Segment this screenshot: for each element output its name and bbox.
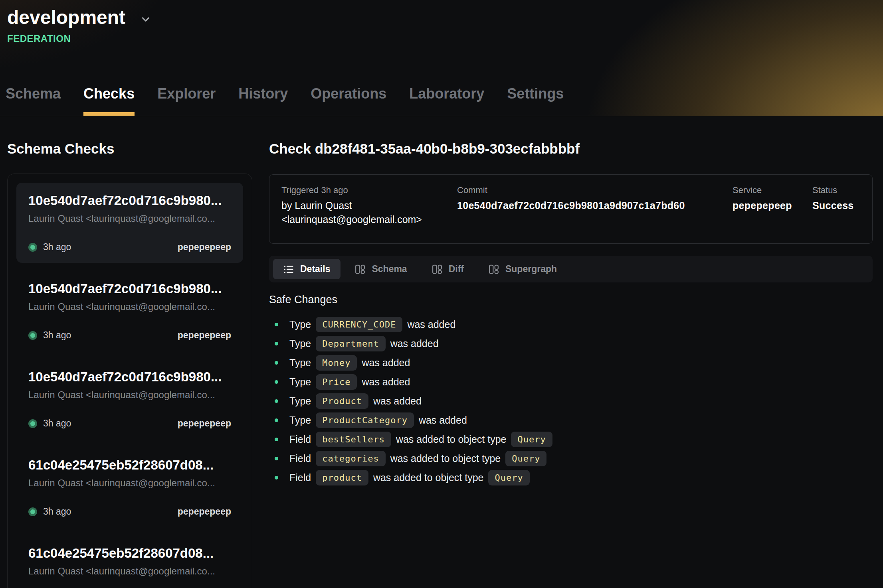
change-row: Fieldcategorieswas added to object typeQ… [269, 449, 873, 468]
main-nav: SchemaChecksExplorerHistoryOperationsLab… [0, 85, 564, 116]
meta-commit: Commit 10e540d7aef72c0d716c9b9801a9d907c… [457, 185, 733, 227]
check-tab-supergraph[interactable]: Supergraph [478, 259, 567, 279]
service-label: Service [733, 185, 812, 195]
checks-panel: Schema Checks 10e540d7aef72c0d716c9b980.… [0, 116, 252, 588]
check-tab-schema[interactable]: Schema [344, 259, 417, 279]
check-tab-details[interactable]: Details [273, 259, 341, 279]
check-time: 3h ago [43, 506, 71, 517]
change-suffix: was added [419, 414, 467, 426]
check-list-item[interactable]: 61c04e25475eb52f28607d08...Laurin Quast … [16, 535, 243, 588]
safe-changes-heading: Safe Changes [269, 294, 873, 306]
check-tabs: DetailsSchemaDiffSupergraph [269, 256, 873, 282]
change-name-badge: product [316, 470, 368, 485]
check-author: Laurin Quast <laurinquast@googlemail.co.… [28, 389, 231, 401]
nav-tab-explorer[interactable]: Explorer [157, 85, 216, 116]
check-author: Laurin Quast <laurinquast@googlemail.co.… [28, 566, 231, 577]
nav-tab-operations[interactable]: Operations [311, 85, 386, 116]
change-name-badge: bestSellers [316, 432, 391, 447]
check-tab-label: Schema [372, 264, 407, 274]
columns-icon [355, 264, 365, 274]
bullet-icon [275, 457, 278, 460]
check-list-item[interactable]: 61c04e25475eb52f28607d08...Laurin Quast … [16, 447, 243, 527]
check-service: pepepepeep [178, 242, 231, 253]
check-time: 3h ago [43, 418, 71, 429]
check-author: Laurin Quast <laurinquast@googlemail.co.… [28, 301, 231, 312]
change-kind: Field [289, 434, 311, 445]
meta-status: Status Success [812, 185, 860, 227]
check-tab-diff[interactable]: Diff [422, 259, 474, 279]
check-tab-label: Supergraph [505, 264, 557, 274]
change-kind: Type [289, 319, 311, 330]
change-name-badge: categories [316, 451, 385, 466]
status-dot-icon [28, 243, 37, 252]
check-id: 61c04e25475eb52f28607d08... [28, 546, 231, 561]
meta-triggered: Triggered 3h ago by Laurin Quast <laurin… [281, 185, 457, 227]
change-kind: Type [289, 376, 311, 388]
check-meta-row: 3h agopepepepeep [28, 418, 231, 429]
change-row: TypeCURRENCY_CODEwas added [269, 315, 873, 334]
change-suffix: was added to object type [390, 453, 501, 464]
change-name-badge: CURRENCY_CODE [316, 317, 402, 332]
checks-list: 10e540d7aef72c0d716c9b980...Laurin Quast… [7, 174, 252, 588]
change-suffix: was added [390, 338, 439, 349]
service-value: pepepepeep [733, 199, 812, 213]
check-service: pepepepeep [178, 330, 231, 341]
check-service: pepepepeep [178, 506, 231, 517]
check-tab-label: Diff [449, 264, 464, 274]
check-list-item[interactable]: 10e540d7aef72c0d716c9b980...Laurin Quast… [16, 359, 243, 439]
change-row: TypeMoneywas added [269, 353, 873, 372]
check-meta-row: 3h agopepepepeep [28, 242, 231, 253]
check-id: 10e540d7aef72c0d716c9b980... [28, 369, 231, 385]
check-detail-panel: Check db28f481-35aa-40b0-b8b9-303ecfabbb… [252, 116, 883, 487]
bullet-icon [275, 438, 278, 441]
bullet-icon [275, 399, 278, 403]
change-kind: Type [289, 338, 311, 349]
check-tab-label: Details [300, 264, 330, 274]
check-meta-box: Triggered 3h ago by Laurin Quast <laurin… [269, 174, 873, 244]
changes-list: TypeCURRENCY_CODEwas addedTypeDepartment… [269, 315, 873, 487]
check-meta-row: 3h agopepepepeep [28, 330, 231, 341]
change-target-badge: Query [488, 470, 529, 485]
check-author: Laurin Quast <laurinquast@googlemail.co.… [28, 478, 231, 489]
check-id: 61c04e25475eb52f28607d08... [28, 458, 231, 473]
check-meta-row: 3h agopepepepeep [28, 506, 231, 517]
change-row: FieldbestSellerswas added to object type… [269, 430, 873, 449]
change-target-badge: Query [511, 432, 552, 447]
columns-icon [489, 264, 499, 274]
schema-checks-heading: Schema Checks [7, 141, 252, 157]
change-name-badge: ProductCategory [316, 412, 414, 428]
nav-tab-laboratory[interactable]: Laboratory [409, 85, 484, 116]
change-row: TypeProductwas added [269, 391, 873, 410]
chevron-down-icon[interactable] [140, 13, 152, 25]
nav-tab-schema[interactable]: Schema [6, 85, 61, 116]
change-target-badge: Query [505, 451, 546, 466]
header: development FEDERATION SchemaChecksExplo… [0, 0, 883, 116]
check-title: Check db28f481-35aa-40b0-b8b9-303ecfabbb… [269, 141, 873, 157]
project-title: development [7, 6, 125, 28]
change-row: TypePricewas added [269, 372, 873, 391]
change-kind: Field [289, 453, 311, 464]
bullet-icon [275, 418, 278, 422]
nav-tab-settings[interactable]: Settings [507, 85, 564, 116]
nav-tab-checks[interactable]: Checks [83, 85, 135, 116]
change-kind: Type [289, 395, 311, 407]
triggered-author: by Laurin Quast <laurinquast@googlemail.… [281, 199, 457, 227]
bullet-icon [275, 361, 278, 365]
bullet-icon [275, 476, 278, 479]
status-dot-icon [28, 419, 37, 428]
change-name-badge: Price [316, 374, 357, 390]
list-icon [283, 264, 294, 274]
project-type-badge: FEDERATION [7, 33, 883, 44]
change-kind: Field [289, 472, 311, 483]
check-list-item[interactable]: 10e540d7aef72c0d716c9b980...Laurin Quast… [16, 183, 243, 263]
status-label: Status [812, 185, 860, 195]
change-row: TypeProductCategorywas added [269, 410, 873, 430]
nav-tab-history[interactable]: History [238, 85, 288, 116]
main-content: Schema Checks 10e540d7aef72c0d716c9b980.… [0, 116, 883, 588]
status-dot-icon [28, 331, 37, 340]
change-kind: Type [289, 414, 311, 426]
change-kind: Type [289, 357, 311, 369]
bullet-icon [275, 323, 278, 326]
change-name-badge: Product [316, 393, 368, 409]
check-list-item[interactable]: 10e540d7aef72c0d716c9b980...Laurin Quast… [16, 271, 243, 351]
